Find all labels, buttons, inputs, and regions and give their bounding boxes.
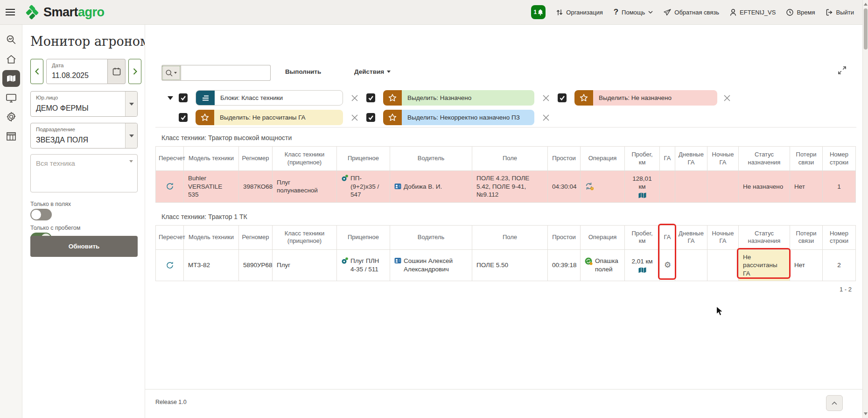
group-title: Класс техники: Трактор высокой мощности (161, 134, 856, 142)
filter-chip-highlight-assigned[interactable]: Выделить: Назначено (383, 90, 534, 106)
search-input[interactable] (181, 65, 271, 81)
col-header: Модель техники (184, 147, 239, 171)
cell-ga (660, 171, 675, 203)
ga-gear-icon[interactable]: ⚙ (664, 260, 671, 269)
filter-chip-highlight-not-assigned[interactable]: Выделить: Не назначено (574, 90, 717, 106)
col-header: Поле (472, 147, 548, 171)
logo[interactable]: Smartagro (24, 4, 105, 20)
top-bar: Smartagro 1 Организация ? Помощь Обра (0, 0, 868, 25)
remove-chip-icon[interactable] (537, 94, 555, 102)
remove-chip-icon[interactable] (346, 94, 364, 102)
cell-implement: ПП-(9+2)х35 / 547 (350, 174, 385, 199)
feedback-button[interactable]: Обратная связь (664, 9, 719, 16)
scrollbar-down-arrow[interactable] (864, 412, 868, 415)
cell-link-loss: Нет (790, 171, 823, 203)
username: EFTENIJ_VS (740, 9, 776, 16)
col-header: Статус назначения (739, 147, 790, 171)
division-label: Подразделение (36, 127, 75, 132)
legal-entity-value: ДЕМО ФЕРМЫ (36, 104, 89, 113)
notifications-badge[interactable]: 1 (531, 5, 546, 19)
vertical-scrollbar[interactable] (862, 0, 868, 418)
sidebar-item-monitor-icon[interactable] (0, 90, 22, 106)
maximize-icon[interactable] (838, 66, 847, 75)
cell-night-ga (707, 171, 739, 203)
chip-checkbox[interactable] (179, 113, 188, 122)
logout-button[interactable]: Выйти (826, 9, 854, 16)
time-button[interactable]: Время (786, 9, 815, 16)
cell-model: МТЗ-82 (184, 249, 239, 281)
chevron-down-icon[interactable] (125, 123, 137, 148)
col-header: Водитель (390, 225, 472, 249)
scrollbar-up-arrow[interactable] (864, 3, 868, 6)
date-field[interactable]: Дата 11.08.2025 (46, 59, 108, 84)
menu-icon[interactable] (0, 0, 21, 25)
chip-checkbox[interactable] (366, 113, 375, 122)
star-icon (383, 110, 402, 125)
refresh-button[interactable]: Обновить (30, 236, 138, 257)
filter-chip-highlight-no-ga[interactable]: Выделить: Не рассчитаны ГА (196, 110, 343, 125)
map-track-icon[interactable] (629, 267, 655, 273)
chip-checkbox[interactable] (558, 93, 567, 102)
remove-chip-icon[interactable] (720, 94, 734, 102)
help-menu[interactable]: ? Помощь (614, 7, 653, 17)
sidebar-item-settings-gear-icon[interactable] (0, 109, 22, 125)
scrollbar-thumb[interactable] (864, 8, 868, 50)
col-header: Регномер (239, 147, 273, 171)
logo-icon (24, 4, 40, 20)
cell-link-loss: Нет (790, 249, 823, 281)
only-in-fields-toggle[interactable] (30, 209, 52, 220)
col-header: Водитель (390, 147, 472, 171)
cell-mileage: 128,01 км (629, 175, 655, 191)
cell-field: ПОЛЕ 4.23, ПОЛЕ 5.42, ПОЛЕ 9-41, №9.112 (472, 171, 548, 203)
remove-chip-icon[interactable] (537, 114, 555, 121)
cell-implement: Плуг ПЛН 4-35 / 511 (350, 257, 385, 273)
date-next-button[interactable] (128, 59, 141, 84)
equipment-multiselect[interactable]: Вся техника (30, 154, 138, 192)
chip-checkbox[interactable] (179, 93, 188, 102)
filter-chip-blocks[interactable]: Блоки: Класс техники (196, 90, 343, 106)
col-header: Модель техники (184, 225, 239, 249)
cell-driver: Сошкин Алексей Александрович (404, 257, 468, 273)
cell-operation: Опашка полей (595, 257, 620, 273)
report-region: Класс техники: Трактор высокой мощности … (155, 127, 856, 293)
col-header: ГА (660, 147, 675, 171)
col-header: Потери связи (790, 147, 823, 171)
sidebar-item-map-icon[interactable] (2, 70, 20, 87)
remove-chip-icon[interactable] (346, 114, 364, 121)
col-header: Операция (581, 147, 625, 171)
only-in-fields-label: Только в полях (30, 201, 71, 207)
cell-field: ПОЛЕ 5.50 (472, 249, 548, 281)
col-header: Класс техники (прицепное) (273, 147, 337, 171)
recalculate-icon[interactable] (160, 261, 179, 269)
main-content: Выполнить Действия Блоки: Класс техники … (145, 25, 862, 418)
notification-count: 1 (533, 9, 537, 15)
sidebar-item-table-icon[interactable] (0, 128, 22, 144)
chip-checkbox[interactable] (366, 93, 375, 102)
legal-entity-select[interactable]: Юр.лицо ДЕМО ФЕРМЫ (30, 91, 138, 117)
sidebar-item-analytics-search-icon[interactable] (0, 32, 22, 48)
user-menu[interactable]: EFTENIJ_VS (730, 9, 776, 16)
filter-chips: Блоки: Класс техники Выделить: Назначено… (165, 90, 734, 129)
scroll-to-top-button[interactable] (826, 395, 843, 411)
calendar-icon[interactable] (108, 59, 126, 84)
implement-icon (341, 257, 348, 264)
date-prev-button[interactable] (30, 59, 43, 84)
cell-reg: 5890УР68 (239, 249, 273, 281)
recalculate-icon[interactable] (160, 182, 179, 191)
driver-icon (394, 257, 401, 264)
actions-menu-button[interactable]: Действия (354, 68, 391, 75)
col-header: Потери связи (790, 225, 823, 249)
col-header: Простои (548, 225, 581, 249)
search-options-button[interactable] (161, 65, 181, 81)
cell-reg: 3987КО68 (239, 171, 273, 203)
division-select[interactable]: Подразделение ЗВЕЗДА ПОЛЯ (30, 123, 138, 149)
map-track-icon[interactable] (629, 192, 655, 198)
table-group-1: Пересчет Модель техники Регномер Класс т… (155, 146, 856, 203)
sidebar-item-home-icon[interactable] (0, 51, 22, 67)
organization-button[interactable]: Организация (556, 9, 602, 16)
filter-chip-highlight-incorrect-task[interactable]: Выделить: Некорректно назначено ПЗ (383, 110, 534, 125)
collapse-filters-caret[interactable] (165, 96, 176, 100)
chevron-down-icon[interactable] (125, 92, 137, 116)
execute-button[interactable]: Выполнить (285, 68, 321, 75)
cell-status: Не назначено (739, 171, 790, 203)
